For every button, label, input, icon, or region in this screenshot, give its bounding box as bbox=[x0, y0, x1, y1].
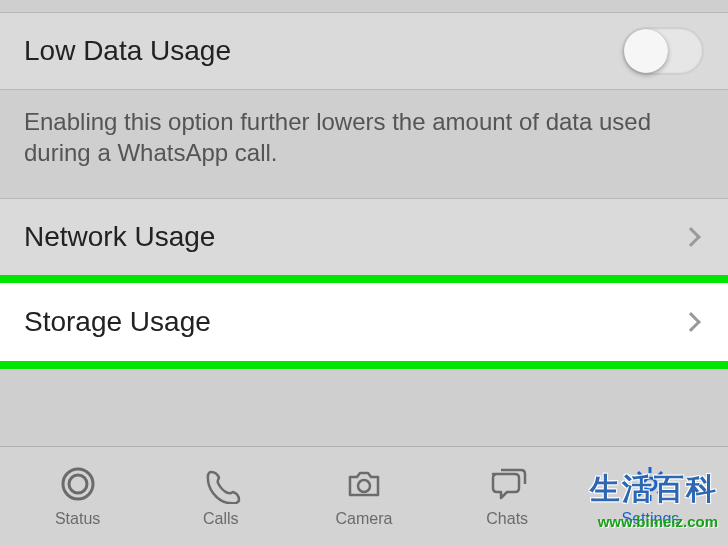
tab-bar: Status Calls Camera Chats bbox=[0, 446, 728, 546]
tab-chats[interactable]: Chats bbox=[436, 462, 579, 528]
status-icon bbox=[56, 462, 100, 506]
gear-icon bbox=[628, 462, 672, 506]
phone-icon bbox=[199, 462, 243, 506]
svg-point-3 bbox=[644, 478, 656, 490]
network-usage-row[interactable]: Network Usage bbox=[0, 198, 728, 276]
watermark-url: www.bimeiz.com bbox=[598, 513, 718, 530]
tab-calls[interactable]: Calls bbox=[149, 462, 292, 528]
tab-calls-label: Calls bbox=[203, 510, 239, 528]
chats-icon bbox=[485, 462, 529, 506]
svg-line-9 bbox=[658, 491, 663, 496]
section-header-call-settings bbox=[0, 0, 728, 12]
tab-status-label: Status bbox=[55, 510, 100, 528]
svg-point-2 bbox=[358, 480, 370, 492]
low-data-usage-description: Enabling this option further lowers the … bbox=[0, 90, 728, 198]
tab-camera[interactable]: Camera bbox=[292, 462, 435, 528]
chevron-right-icon bbox=[681, 312, 701, 332]
svg-line-8 bbox=[638, 472, 643, 477]
storage-usage-row[interactable]: Storage Usage bbox=[0, 283, 728, 361]
network-usage-label: Network Usage bbox=[24, 221, 215, 253]
tab-status[interactable]: Status bbox=[6, 462, 149, 528]
svg-line-11 bbox=[658, 472, 663, 477]
camera-icon bbox=[342, 462, 386, 506]
toggle-knob bbox=[624, 29, 668, 73]
low-data-usage-label: Low Data Usage bbox=[24, 35, 231, 67]
tab-camera-label: Camera bbox=[336, 510, 393, 528]
chevron-right-icon bbox=[681, 227, 701, 247]
svg-line-10 bbox=[638, 491, 643, 496]
low-data-usage-row[interactable]: Low Data Usage bbox=[0, 12, 728, 90]
svg-point-1 bbox=[69, 475, 87, 493]
low-data-usage-toggle[interactable] bbox=[622, 27, 704, 75]
storage-usage-label: Storage Usage bbox=[24, 306, 211, 338]
tab-chats-label: Chats bbox=[486, 510, 528, 528]
storage-usage-highlight: Storage Usage bbox=[0, 275, 728, 369]
